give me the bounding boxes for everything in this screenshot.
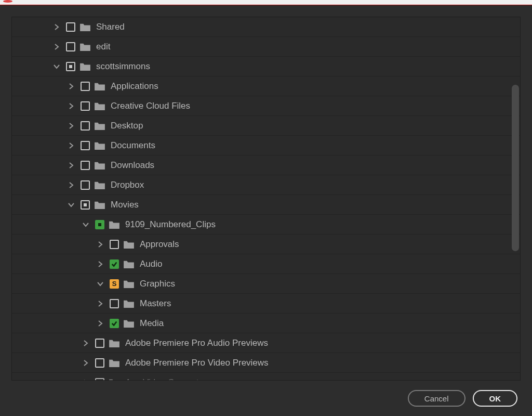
tree-row-label: Movies	[111, 200, 139, 210]
tree-row[interactable]: scottsimmons	[12, 57, 520, 76]
tree-row[interactable]: Movies	[12, 195, 520, 215]
tree-row-label: Approvals	[140, 239, 179, 250]
tree-checkbox[interactable]	[110, 259, 119, 269]
chevron-down-icon[interactable]	[54, 62, 62, 71]
chevron-right-icon[interactable]	[68, 82, 76, 90]
tree-row-label: Dropbox	[111, 180, 144, 190]
tree-checkbox[interactable]	[110, 319, 119, 328]
tree-row[interactable]: Downloads	[12, 155, 520, 175]
chevron-right-icon[interactable]	[68, 102, 76, 110]
tree-row-label: 9109_Numbered_Clips	[125, 219, 216, 230]
tree-row-label: Media	[140, 318, 164, 329]
cancel-button[interactable]: Cancel	[408, 390, 466, 407]
folder-tree: SharededitscottsimmonsApplicationsCreati…	[12, 17, 520, 380]
tree-row[interactable]: Approvals	[12, 235, 520, 254]
tree-row-label: Adobe Premiere Pro Audio Previews	[125, 338, 268, 348]
folder-icon	[79, 42, 91, 51]
chevron-down-icon[interactable]	[68, 201, 76, 209]
chevron-right-icon[interactable]	[68, 122, 76, 130]
chevron-down-icon[interactable]	[83, 220, 91, 229]
chevron-right-icon[interactable]	[68, 141, 76, 150]
tree-row[interactable]: Shared	[12, 17, 520, 37]
tree-row[interactable]: Adobe Premiere Pro Audio Previews	[12, 333, 520, 353]
folder-icon	[94, 121, 105, 131]
folder-icon	[94, 180, 105, 190]
tree-row[interactable]: edit	[12, 37, 520, 57]
folder-icon	[109, 358, 120, 368]
window-titlebar	[0, 0, 532, 5]
chevron-right-icon[interactable]	[97, 240, 105, 249]
tree-checkbox[interactable]	[95, 378, 104, 381]
folder-icon	[94, 101, 105, 111]
tree-row[interactable]: Any Video Converter	[12, 373, 520, 380]
tree-row-label: Downloads	[111, 160, 154, 171]
chevron-right-icon[interactable]	[97, 260, 105, 268]
tree-row[interactable]: 9109_Numbered_Clips	[12, 215, 520, 235]
tree-row-label: Audio	[140, 259, 162, 269]
tree-row-label: Creative Cloud Files	[111, 101, 190, 111]
tree-checkbox[interactable]	[81, 101, 90, 111]
tree-row[interactable]: Documents	[12, 136, 520, 155]
tree-row[interactable]: Media	[12, 314, 520, 333]
tree-row[interactable]: Audio	[12, 254, 520, 274]
chevron-right-icon[interactable]	[97, 300, 105, 308]
chevron-right-icon[interactable]	[68, 161, 76, 170]
ok-button[interactable]: OK	[473, 390, 518, 407]
tree-checkbox[interactable]	[81, 82, 90, 91]
tree-row-label: Adobe Premiere Pro Video Previews	[125, 358, 269, 368]
tree-checkbox[interactable]	[110, 299, 119, 308]
tree-row-label: Applications	[111, 81, 158, 92]
tree-checkbox[interactable]	[95, 220, 104, 229]
tree-row[interactable]: Creative Cloud Files	[12, 96, 520, 116]
folder-icon	[123, 259, 135, 269]
tree-checkbox[interactable]	[66, 62, 75, 71]
folder-icon	[109, 378, 120, 381]
folder-icon	[123, 240, 135, 249]
tree-row-label: Graphics	[140, 279, 175, 289]
tree-row[interactable]: SGraphics	[12, 274, 520, 294]
tree-row-label: Documents	[111, 140, 155, 151]
tree-checkbox[interactable]	[95, 339, 104, 348]
folder-icon	[123, 299, 135, 308]
tree-checkbox[interactable]	[81, 121, 90, 131]
tree-row-label: Masters	[140, 298, 171, 309]
tree-checkbox[interactable]	[81, 161, 90, 170]
tree-checkbox[interactable]	[110, 240, 119, 249]
folder-icon	[94, 82, 105, 91]
tree-scroll-area: SharededitscottsimmonsApplicationsCreati…	[11, 17, 521, 381]
folder-tree-dialog: SharededitscottsimmonsApplicationsCreati…	[0, 5, 532, 416]
close-window-icon[interactable]	[3, 0, 12, 3]
chevron-down-icon[interactable]	[97, 280, 105, 288]
tree-checkbox[interactable]	[81, 141, 90, 150]
tree-row[interactable]: Adobe Premiere Pro Video Previews	[12, 353, 520, 373]
tree-row[interactable]: Dropbox	[12, 175, 520, 195]
folder-icon	[109, 339, 120, 348]
folder-icon	[123, 279, 135, 289]
chevron-right-icon[interactable]	[83, 359, 91, 367]
chevron-right-icon[interactable]	[68, 181, 76, 189]
chevron-right-icon[interactable]	[83, 339, 91, 347]
tree-row-label: Any Video Converter	[125, 378, 207, 381]
chevron-right-icon[interactable]	[83, 379, 91, 381]
tree-checkbox[interactable]	[95, 358, 104, 368]
tree-row[interactable]: Applications	[12, 76, 520, 96]
tree-row[interactable]: Desktop	[12, 116, 520, 136]
folder-icon	[109, 220, 120, 229]
tree-checkbox[interactable]	[81, 180, 90, 190]
tree-checkbox[interactable]	[66, 22, 75, 32]
scrollbar-thumb[interactable]	[512, 85, 519, 251]
tree-row-label: Desktop	[111, 121, 143, 131]
tree-row[interactable]: Masters	[12, 294, 520, 314]
tree-row-label: scottsimmons	[96, 61, 150, 72]
chevron-right-icon[interactable]	[97, 319, 105, 328]
dialog-button-row: Cancel OK	[0, 381, 532, 416]
tree-checkbox[interactable]: S	[110, 279, 119, 289]
tree-checkbox[interactable]	[66, 42, 75, 51]
folder-icon	[94, 141, 105, 150]
tree-checkbox[interactable]	[81, 200, 90, 210]
chevron-right-icon[interactable]	[54, 43, 62, 51]
folder-icon	[94, 161, 105, 170]
folder-icon	[94, 200, 105, 210]
chevron-right-icon[interactable]	[54, 23, 62, 31]
tree-row-label: edit	[96, 42, 110, 52]
